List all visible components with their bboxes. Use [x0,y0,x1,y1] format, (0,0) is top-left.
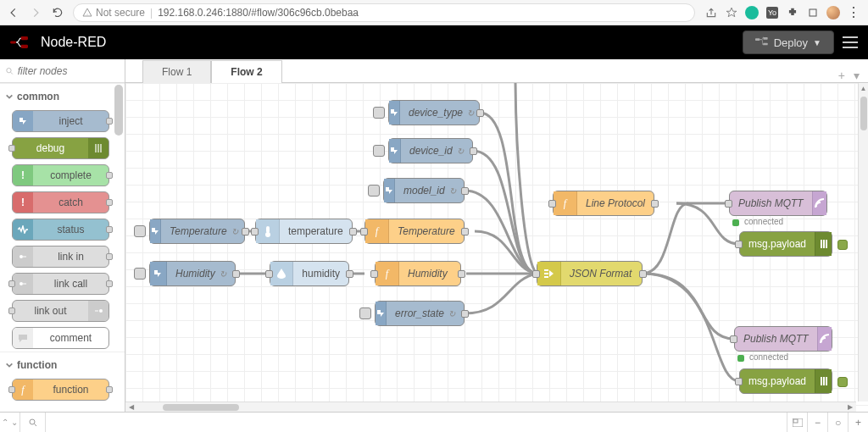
url-text: 192.168.0.246:1880/#flow/306c96cb.0bebaa [158,7,359,19]
flow-canvas[interactable]: device_type ↻ device_id ↻ model_id ↻ Tem… [125,83,868,412]
add-tab-button[interactable]: + [838,69,845,82]
svg-point-13 [265,232,270,237]
menu-button[interactable] [843,36,858,48]
palette-scrollbar[interactable] [114,85,123,390]
svg-point-9 [19,255,23,258]
svg-rect-5 [755,38,760,41]
zoom-in-button[interactable]: + [848,413,868,433]
footer-search[interactable] [20,413,46,433]
svg-point-10 [19,282,23,285]
tab-flow2[interactable]: Flow 2 [211,60,281,83]
node-function-line-protocol[interactable]: fLine Protocol [553,191,654,216]
svg-point-0 [87,14,88,14]
profile-avatar[interactable] [826,5,841,20]
deploy-button[interactable]: Deploy ▼ [743,30,834,54]
footer: ⌃ ⌄ − ○ + [0,412,868,432]
canvas-hscroll[interactable]: ◀▶ [125,402,856,412]
app-title: Node-RED [41,35,106,50]
zoom-out-button[interactable]: − [807,413,827,433]
node-inject-device-type[interactable]: device_type ↻ [388,100,480,125]
tab-menu-button[interactable]: ▾ [854,69,860,82]
share-icon[interactable] [704,5,719,20]
deploy-label: Deploy [774,36,808,49]
status-dot [737,355,744,362]
svg-point-14 [30,419,35,424]
node-function-humidity[interactable]: fHumidity [375,261,461,286]
ext-green-icon[interactable] [744,5,760,20]
node-mqtt-out-1[interactable]: Publish MQTT [729,191,827,216]
palette-catch[interactable]: !catch [12,191,109,213]
forward-button[interactable] [29,6,42,19]
palette-status[interactable]: status [12,219,109,241]
palette-linkcall[interactable]: link call [12,273,109,295]
svg-rect-2 [10,42,16,44]
chevron-down-icon [5,361,14,369]
node-inject-model-id[interactable]: model_id ↻ [383,178,465,203]
node-function-temperature[interactable]: fTemperature [364,219,465,244]
ext-gray-icon[interactable]: Yo [765,5,780,20]
palette-linkout[interactable]: link out [12,300,109,322]
kebab-menu-icon[interactable]: ⋮ [846,5,861,20]
search-icon [5,66,14,76]
palette-function[interactable]: ffunction [12,379,109,401]
node-inject-error-state[interactable]: error_state ↻ [375,301,465,326]
palette-comment[interactable]: comment [12,327,109,349]
status-connected-2: connected [749,352,788,362]
window-icon[interactable] [805,5,821,20]
node-inject-device-id[interactable]: device_id ↻ [388,138,473,163]
svg-rect-3 [21,36,28,40]
svg-rect-6 [763,37,767,40]
palette-linkin[interactable]: link in [12,246,109,268]
palette: common inject debug !complete !catch sta… [0,59,125,412]
footer-nav-toggle[interactable]: ⌃ ⌄ [0,413,20,433]
node-change-humidity[interactable]: humidity [270,261,349,286]
node-inject-humidity[interactable]: Humidity ↻ [149,261,236,286]
palette-complete[interactable]: !complete [12,164,109,186]
chevron-down-icon: ▼ [813,38,821,47]
tab-flow1[interactable]: Flow 1 [142,60,211,83]
node-join-json-format[interactable]: JSON Format [537,261,643,286]
logo-icon [10,34,34,51]
filter-box[interactable] [0,59,125,83]
svg-rect-7 [763,43,767,46]
star-icon[interactable] [724,5,739,20]
tab-bar: Flow 1 Flow 2 + ▾ [125,59,868,83]
category-function[interactable]: function [0,352,125,376]
zoom-reset-button[interactable]: ○ [827,413,848,433]
footer-navigator[interactable] [787,413,807,433]
status-connected-1: connected [744,217,783,226]
deploy-icon [755,36,769,48]
status-dot [732,219,739,226]
svg-point-11 [99,309,103,313]
reload-button[interactable] [51,6,64,19]
category-common[interactable]: common [0,83,125,108]
filter-input[interactable] [18,65,120,77]
chevron-down-icon [5,92,14,101]
svg-point-8 [7,68,11,72]
svg-rect-1 [810,9,816,16]
extensions-icon[interactable] [785,5,800,20]
node-debug-2[interactable]: msg.payload [739,368,832,394]
svg-rect-16 [793,419,798,423]
svg-rect-4 [21,45,28,48]
back-button[interactable] [7,6,20,19]
palette-inject[interactable]: inject [12,110,109,132]
security-text: Not secure [96,7,145,19]
node-change-temperature[interactable]: temperature [255,219,353,244]
palette-debug[interactable]: debug [12,137,109,159]
address-bar[interactable]: Not secure | 192.168.0.246:1880/#flow/30… [73,3,695,22]
node-mqtt-out-2[interactable]: Publish MQTT [734,326,832,352]
canvas-vscroll[interactable]: ▲ [858,83,868,402]
node-inject-temperature[interactable]: Temperature ↻ [149,219,245,244]
node-debug-1[interactable]: msg.payload [739,231,832,257]
svg-rect-12 [266,226,270,233]
